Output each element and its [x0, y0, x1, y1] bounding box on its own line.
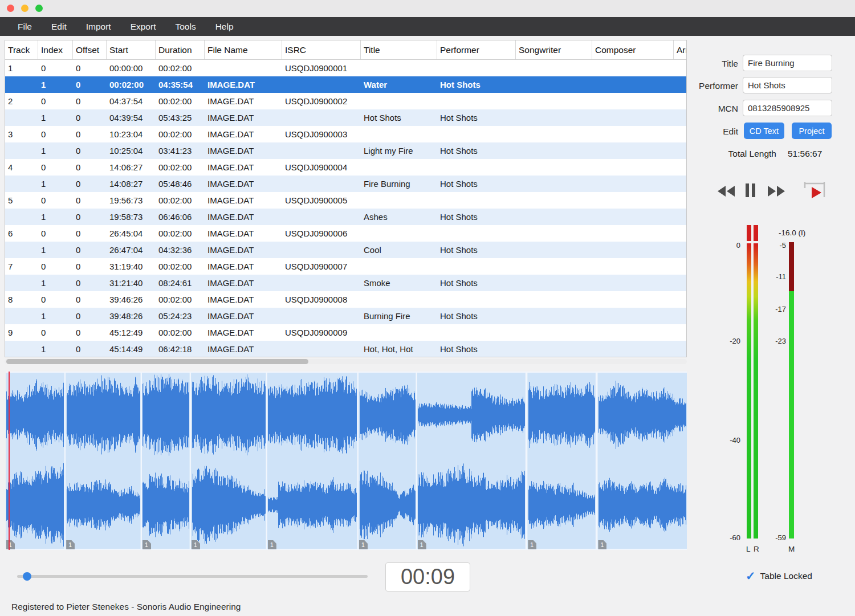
- cell-offset: 0: [73, 76, 107, 93]
- position-slider-handle[interactable]: [23, 572, 31, 581]
- cell-start: 31:21:40: [107, 275, 156, 291]
- left-level-meter: [747, 243, 751, 539]
- cell-file: IMAGE.DAT: [205, 324, 282, 341]
- cell-arranger: [674, 176, 686, 192]
- cell-performer: Hot Shots: [437, 76, 516, 93]
- menu-item-export[interactable]: Export: [121, 22, 166, 32]
- play-from-marker-button[interactable]: [803, 180, 826, 201]
- waveform-display[interactable]: 111111111: [6, 372, 687, 550]
- table-row[interactable]: 50019:56:7300:02:00IMAGE.DATUSQDJ0900005: [5, 192, 686, 209]
- table-row[interactable]: 1019:58:7306:46:06IMAGE.DATAshesHot Shot…: [5, 209, 686, 225]
- cell-file: IMAGE.DAT: [205, 341, 282, 357]
- table-row[interactable]: 90045:12:4900:02:00IMAGE.DATUSQDJ0900009: [5, 324, 686, 341]
- table-header: TrackIndexOffsetStartDurationFile NameIS…: [5, 40, 686, 60]
- menu-item-import[interactable]: Import: [76, 22, 121, 32]
- table-row[interactable]: 1045:14:4906:42:18IMAGE.DATHot, Hot, Hot…: [5, 341, 686, 357]
- column-header-isrc[interactable]: ISRC: [282, 40, 361, 59]
- cell-offset: 0: [73, 126, 107, 142]
- horizontal-scrollbar[interactable]: [5, 359, 687, 364]
- cell-track: 7: [5, 258, 38, 275]
- column-header-duration[interactable]: Duration: [156, 40, 205, 59]
- title-input[interactable]: [743, 55, 832, 71]
- cell-performer: Hot Shots: [437, 275, 516, 291]
- table-row[interactable]: 1000:02:0004:35:54IMAGE.DATWaterHot Shot…: [5, 76, 686, 93]
- close-button[interactable]: [7, 5, 14, 12]
- menu-item-help[interactable]: Help: [206, 22, 243, 32]
- performer-input[interactable]: [743, 77, 832, 93]
- fast-forward-button[interactable]: [766, 185, 787, 198]
- table-row[interactable]: 1014:08:2705:48:46IMAGE.DATFire BurningH…: [5, 176, 686, 192]
- db-scale-right-label: -59: [759, 533, 786, 542]
- cell-offset: 0: [73, 159, 107, 176]
- cell-duration: 05:43:25: [156, 109, 205, 126]
- cell-duration: 05:24:23: [156, 308, 205, 324]
- cell-duration: 00:02:00: [156, 192, 205, 209]
- cell-offset: 0: [73, 242, 107, 258]
- track-table-body: 10000:00:0000:02:00USQDJ09000011000:02:0…: [5, 60, 686, 357]
- cd-text-button[interactable]: CD Text: [744, 123, 784, 139]
- cell-performer: [437, 258, 516, 275]
- column-header-index[interactable]: Index: [38, 40, 73, 59]
- mcn-input[interactable]: [743, 100, 832, 116]
- cell-offset: 0: [73, 308, 107, 324]
- cell-performer: [437, 192, 516, 209]
- horizontal-scrollbar-thumb[interactable]: [6, 359, 308, 364]
- table-row[interactable]: 10000:00:0000:02:00USQDJ0900001: [5, 60, 686, 76]
- table-row[interactable]: 1010:25:0403:41:23IMAGE.DATLight my Fire…: [5, 142, 686, 159]
- cell-offset: 0: [73, 225, 107, 242]
- cell-title: Cool: [361, 242, 437, 258]
- title-label: Title: [688, 59, 738, 69]
- cell-performer: [437, 93, 516, 109]
- cell-songwriter: [516, 324, 592, 341]
- column-header-title[interactable]: Title: [361, 40, 437, 59]
- column-header-performer[interactable]: Performer: [437, 40, 516, 59]
- table-row[interactable]: 1004:39:5405:43:25IMAGE.DATHot ShotsHot …: [5, 109, 686, 126]
- cell-performer: [437, 159, 516, 176]
- cell-isrc: [282, 142, 361, 159]
- menu-item-file[interactable]: File: [8, 22, 42, 32]
- table-row[interactable]: 60026:45:0400:02:00IMAGE.DATUSQDJ0900006: [5, 225, 686, 242]
- waveform-canvas[interactable]: [6, 372, 687, 550]
- table-row[interactable]: 30010:23:0400:02:00IMAGE.DATUSQDJ0900003: [5, 126, 686, 142]
- table-row[interactable]: 1026:47:0404:32:36IMAGE.DATCoolHot Shots: [5, 242, 686, 258]
- menu-item-edit[interactable]: Edit: [42, 22, 76, 32]
- cell-start: 31:19:40: [107, 258, 156, 275]
- table-row[interactable]: 1031:21:4008:24:61IMAGE.DATSmokeHot Shot…: [5, 275, 686, 291]
- column-header-offset[interactable]: Offset: [73, 40, 107, 59]
- cell-track: 1: [5, 60, 38, 76]
- zoom-button[interactable]: [35, 5, 43, 12]
- table-locked-checkbox[interactable]: ✓ Table Locked: [746, 570, 812, 582]
- pause-button[interactable]: [744, 182, 756, 198]
- cell-index: 0: [38, 93, 73, 109]
- table-row[interactable]: 80039:46:2600:02:00IMAGE.DATUSQDJ0900008: [5, 291, 686, 308]
- menu-item-tools[interactable]: Tools: [165, 22, 205, 32]
- table-row[interactable]: 20004:37:5400:02:00IMAGE.DATUSQDJ0900002: [5, 93, 686, 109]
- cell-duration: 06:46:06: [156, 209, 205, 225]
- cell-index: 1: [38, 76, 73, 93]
- cell-file: IMAGE.DAT: [205, 142, 282, 159]
- table-row[interactable]: 40014:06:2700:02:00IMAGE.DATUSQDJ0900004: [5, 159, 686, 176]
- cell-arranger: [674, 159, 686, 176]
- playhead[interactable]: [9, 372, 10, 550]
- status-bar-text: Registered to Pieter Stenekes - Sonoris …: [11, 602, 241, 612]
- table-row[interactable]: 1039:48:2605:24:23IMAGE.DATBurning FireH…: [5, 308, 686, 324]
- cell-file: IMAGE.DAT: [205, 258, 282, 275]
- column-header-start[interactable]: Start: [107, 40, 156, 59]
- db-scale-right-label: -17: [759, 305, 786, 313]
- cell-arranger: [674, 242, 686, 258]
- cell-index: 1: [38, 308, 73, 324]
- column-header-file-name[interactable]: File Name: [205, 40, 282, 59]
- left-channel-label: L: [746, 545, 751, 553]
- table-row[interactable]: 70031:19:4000:02:00IMAGE.DATUSQDJ0900007: [5, 258, 686, 275]
- rewind-button[interactable]: [716, 185, 736, 198]
- cell-arranger: [674, 109, 686, 126]
- column-header-songwriter[interactable]: Songwriter: [516, 40, 592, 59]
- column-header-track[interactable]: Track: [5, 40, 38, 59]
- cell-songwriter: [516, 93, 592, 109]
- cell-track: [5, 76, 38, 93]
- column-header-arr[interactable]: Arr: [674, 40, 686, 59]
- project-button[interactable]: Project: [792, 123, 832, 139]
- column-header-composer[interactable]: Composer: [592, 40, 674, 59]
- position-slider[interactable]: [17, 575, 368, 578]
- minimize-button[interactable]: [21, 5, 28, 12]
